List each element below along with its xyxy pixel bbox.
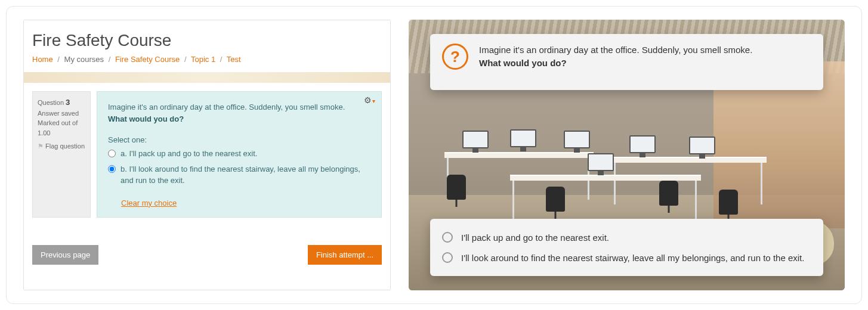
monitor — [462, 131, 489, 148]
slide-option-2[interactable]: I'll look around to find the nearest sta… — [442, 247, 811, 268]
desk — [510, 175, 701, 181]
radio-circle-icon — [442, 252, 453, 263]
question-row: Question 3 Answer saved Marked out of 1.… — [32, 91, 382, 218]
desk-leg — [614, 163, 616, 204]
breadcrumb-home[interactable]: Home — [32, 55, 53, 64]
monitor — [588, 153, 614, 171]
marked-out-of-label: Marked out of — [38, 118, 85, 128]
office-chair — [546, 187, 565, 212]
clear-choice-link[interactable]: Clear my choice — [121, 199, 177, 207]
option-a-radio[interactable] — [108, 150, 116, 157]
question-number: Question 3 — [38, 97, 85, 108]
question-mark-icon: ? — [442, 44, 468, 70]
slide-prompt-text: Imagine it's an ordinary day at the offi… — [479, 44, 752, 70]
breadcrumb-topic[interactable]: Topic 1 — [191, 55, 215, 64]
monitor — [564, 131, 590, 148]
option-b-radio[interactable] — [108, 165, 116, 173]
question-prompt: Imagine it's an ordinary day at the offi… — [108, 101, 370, 125]
desk-leg — [761, 163, 762, 204]
question-status: Answer saved — [38, 108, 85, 119]
radio-circle-icon — [442, 232, 453, 243]
previous-page-button[interactable]: Previous page — [32, 245, 98, 265]
breadcrumb-mycourses: My courses — [64, 55, 104, 64]
option-b[interactable]: b. I'll look around to find the nearest … — [108, 163, 370, 187]
breadcrumb: Home / My courses / Fire Safety Course /… — [32, 55, 382, 64]
office-chair — [719, 190, 738, 215]
desk — [611, 157, 767, 163]
nav-buttons: Previous page Finish attempt ... — [32, 245, 382, 265]
lms-panel: Fire Safety Course Home / My courses / F… — [23, 20, 391, 290]
monitor — [510, 129, 536, 147]
question-content: ⚙▾ Imagine it's an ordinary day at the o… — [97, 91, 382, 218]
question-info-box: Question 3 Answer saved Marked out of 1.… — [32, 91, 91, 218]
breadcrumb-test[interactable]: Test — [227, 55, 241, 64]
course-banner — [24, 72, 390, 83]
select-one-label: Select one: — [108, 135, 370, 144]
option-a[interactable]: a. I'll pack up and go to the nearest ex… — [108, 148, 370, 160]
office-chair — [447, 175, 466, 200]
gear-icon[interactable]: ⚙▾ — [364, 95, 375, 105]
slide-option-1[interactable]: I'll pack up and go to the nearest exit. — [442, 227, 811, 247]
monitor — [629, 135, 656, 153]
slide-prompt-card: ? Imagine it's an ordinary day at the of… — [430, 34, 823, 90]
slide-panel: ? Imagine it's an ordinary day at the of… — [409, 20, 845, 290]
finish-attempt-button[interactable]: Finish attempt ... — [308, 245, 382, 265]
breadcrumb-course[interactable]: Fire Safety Course — [115, 55, 180, 64]
marked-out-of-value: 1.00 — [38, 128, 85, 138]
monitor — [689, 137, 715, 154]
desk — [444, 152, 594, 158]
office-chair — [659, 181, 678, 206]
flag-question-link[interactable]: Flag question — [38, 141, 85, 151]
desk-leg — [695, 181, 697, 222]
page-title: Fire Safety Course — [32, 31, 382, 50]
slide-options-card: I'll pack up and go to the nearest exit.… — [430, 219, 823, 276]
desk-leg — [512, 181, 514, 222]
comparison-container: Fire Safety Course Home / My courses / F… — [6, 6, 862, 304]
